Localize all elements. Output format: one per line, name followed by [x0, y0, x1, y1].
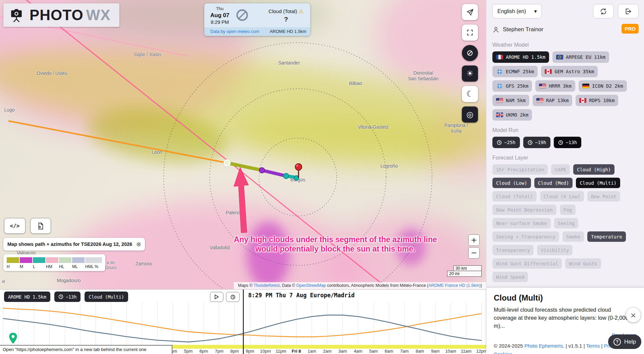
layer-dew-point-depression[interactable]: Dew Point Depression: [492, 205, 556, 215]
question-icon: ?: [613, 338, 621, 346]
text-segment: contributors, Atmospheric Models from Mé…: [326, 283, 429, 288]
model-run-25h[interactable]: −25h: [492, 137, 520, 148]
time-label-6am: 6am: [385, 349, 393, 354]
layer-clo-ud-low[interactable]: Clo​ud (Low): [492, 178, 531, 188]
model-rap-13km[interactable]: RAP 13km: [533, 95, 572, 106]
model-rdps-10km[interactable]: RDPS 10km: [576, 95, 618, 106]
fullscreen-button[interactable]: [462, 25, 478, 41]
zoom-in-button[interactable]: +: [468, 234, 480, 246]
time-label-8pm: 8pm: [230, 349, 239, 354]
layer-smoke[interactable]: Smoke: [562, 231, 584, 242]
range-rings-button[interactable]: ◎: [462, 106, 478, 123]
link-openstreetmap[interactable]: OpenStreetMap: [296, 283, 326, 288]
dismiss-notice-icon[interactable]: ⊗: [136, 241, 141, 248]
layer-cloud-total[interactable]: Cloud (Total): [492, 191, 537, 202]
help-button[interactable]: ? Help: [608, 335, 641, 349]
jump-to-time-button[interactable]: [226, 292, 239, 302]
timeline-layer-chip[interactable]: Cloud (Multi): [85, 292, 128, 302]
sign-out-button[interactable]: [618, 4, 639, 18]
legend-swatch: [85, 257, 102, 263]
layer-wind-speed[interactable]: Wind Speed: [492, 272, 528, 282]
model-arome-hd-1-5km[interactable]: AROME HD 1.5km: [492, 51, 549, 63]
text-segment: © 2024-2025: [494, 343, 524, 349]
model-label: AROME HD 1.5km: [506, 54, 545, 60]
segment-marker-teal[interactable]: [283, 173, 289, 179]
clock-icon: [528, 140, 533, 145]
legend-label: HM: [46, 264, 58, 269]
layer-transparency[interactable]: Transparency: [492, 245, 534, 255]
layer-fog[interactable]: Fog: [560, 205, 576, 215]
zoom-out-button[interactable]: −: [468, 247, 480, 259]
link-arome-france-hd-1-5km[interactable]: AROME France HD (1.5km): [428, 283, 481, 288]
time-label-3am: 3am: [338, 349, 347, 354]
map-annotation: Any high clouds under this segment of th…: [188, 235, 483, 254]
segment-marker-purple[interactable]: [259, 168, 265, 173]
layer-temperature[interactable]: Temperature: [587, 231, 626, 242]
close-detail-button[interactable]: ×: [626, 308, 641, 322]
open-meteo-link[interactable]: Data by open-meteo.com: [210, 29, 259, 34]
export-button[interactable]: [30, 218, 51, 234]
current-time-divider[interactable]: [243, 290, 244, 354]
legend-label: ML: [72, 264, 85, 269]
model-nam-5km[interactable]: NAM 5km: [492, 95, 529, 106]
model-gem-astro-35km[interactable]: GEM Astro 35km: [541, 66, 598, 77]
model-run-13h[interactable]: −13h: [554, 137, 581, 148]
layer-cloud-med[interactable]: Cloud (Med): [534, 178, 573, 188]
language-value: English (en): [497, 8, 526, 14]
timeline-run-chip[interactable]: −13h: [54, 292, 81, 302]
link-terms[interactable]: Terms: [586, 343, 600, 349]
eclipse-mode-button[interactable]: [462, 45, 478, 61]
link-photo-ephemeris[interactable]: Photo Ephemeris: [524, 343, 563, 349]
layer-wind-gust-differential[interactable]: Wind Gust Differential: [492, 258, 562, 269]
layer-cloud-multi[interactable]: Cloud (Multi): [576, 178, 620, 188]
text-segment: ): [481, 283, 482, 288]
layer-cloud-v-low[interactable]: Cloud (V Low): [540, 191, 584, 202]
moon-layer-button[interactable]: ☾: [462, 86, 478, 102]
text-segment: |: [600, 343, 604, 349]
model-label: ICON D2 2km: [592, 83, 623, 89]
us-flag-icon: [496, 98, 503, 103]
time-label-10pm: 10pm: [260, 349, 271, 354]
info-time-value: 8:29 PM: [210, 19, 229, 26]
refresh-button[interactable]: [593, 4, 614, 18]
model-run-19h[interactable]: −19h: [523, 137, 551, 148]
layer-near-surface-smoke[interactable]: Near-surface Smoke: [492, 218, 551, 228]
layer-detail-title: Cloud (Multi): [494, 293, 637, 303]
timeline-model-chip[interactable]: AROME HD 1.5km: [4, 292, 50, 302]
model-ecmwf-25km[interactable]: ECMWF 25km: [492, 66, 538, 77]
model-gfs-25km[interactable]: GFS 25km: [492, 80, 532, 92]
timeline-model-label: AROME HD 1.5km: [8, 294, 46, 300]
link-thunderforest[interactable]: Thunderforest: [254, 283, 280, 288]
layer-detail-body: Multi-level cloud forecasts show predict…: [494, 306, 635, 330]
layer-cloud-high[interactable]: Cloud (High): [573, 164, 614, 175]
layer-dew-point[interactable]: Dew Point: [587, 191, 620, 202]
segment-marker-white[interactable]: [223, 159, 231, 167]
clock-icon: [497, 140, 502, 145]
layer-row: Seeing + TransparencySmokeTemperature: [492, 231, 639, 242]
layer-seeing[interactable]: Seeing: [554, 218, 579, 228]
layer-seeing-transparency[interactable]: Seeing + Transparency: [492, 231, 559, 242]
play-button[interactable]: [210, 292, 223, 302]
link-cookies[interactable]: Cookies: [494, 351, 512, 354]
layer-wind-gusts[interactable]: Wind Gusts: [565, 258, 601, 269]
map-attribution: Maps © Thunderforest, Data © OpenStreetM…: [234, 282, 486, 289]
weather-map[interactable]: Gijón / XixónOviedo / UvieúSantanderBilb…: [0, 0, 486, 289]
azimuth-segment-high: [227, 163, 262, 170]
model-arpege-eu-11km[interactable]: ARPEGE EU 11km: [552, 51, 609, 63]
map-toolbar: ☀ ☾ ◎: [462, 4, 478, 123]
embed-code-button[interactable]: </>: [4, 218, 25, 234]
model-ukmo-2km[interactable]: UKMO 2km: [492, 109, 532, 121]
layer-cape[interactable]: CAPE: [551, 164, 570, 175]
model-icon-d2-2km[interactable]: ICON D2 2km: [579, 80, 627, 92]
time-label-2am: 2am: [323, 349, 331, 354]
language-select[interactable]: English (en) ▾: [492, 4, 542, 18]
sync-icon: [600, 8, 607, 15]
user-name: Stephen Trainor: [503, 26, 543, 33]
forecast-layer-list: 1hr PrecipitationCAPECloud (High)Clo​ud …: [492, 164, 639, 282]
layer-visibility[interactable]: Visibility: [537, 245, 573, 255]
model-hrrr-3km[interactable]: HRRR 3km: [535, 80, 575, 92]
locate-button[interactable]: [462, 4, 478, 20]
sun-layer-button[interactable]: ☀: [462, 65, 478, 82]
layer-1hr-precipitation[interactable]: 1hr Precipitation: [492, 164, 548, 175]
model-row: NAM 5kmRAP 13kmRDPS 10km: [492, 95, 639, 106]
